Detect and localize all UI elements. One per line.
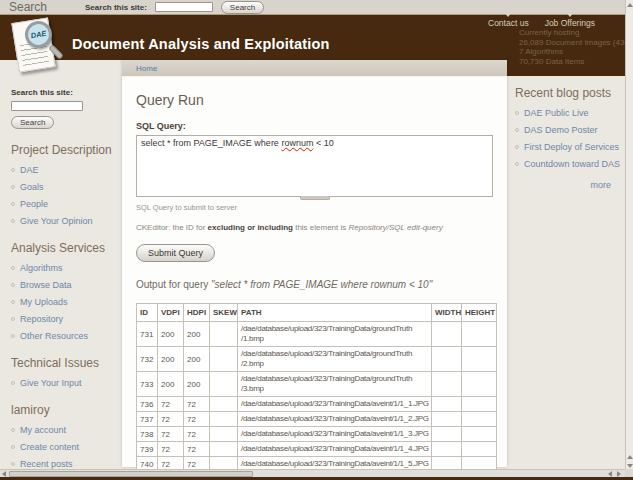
bullet-icon (11, 334, 15, 338)
cell-skew (210, 412, 238, 427)
bullet-icon (11, 445, 15, 449)
sidebar-section-title-lamiroy: lamiroy (11, 403, 116, 417)
cell-height (462, 442, 497, 457)
header-nav-contact-us[interactable]: Contact us (488, 18, 529, 28)
scrollbar-corner (625, 469, 633, 477)
sidebar-item-label: Repository (20, 313, 63, 325)
sidebar-item-browse-data[interactable]: Browse Data (11, 279, 116, 291)
page-title: Query Run (136, 92, 493, 108)
blog-item-first-deploy-of-services[interactable]: First Deploy of Services (515, 141, 621, 153)
ckeditor-note: CKEditor: the ID for excluding or includ… (136, 223, 493, 232)
column-header-width: WIDTH (432, 304, 462, 322)
breadcrumb-home-link[interactable]: Home (136, 64, 157, 73)
sidebar-item-label: Other Resources (20, 330, 88, 342)
cell-skew (210, 322, 238, 347)
table-row: 7397272/dae/database/upload/323/Training… (137, 442, 497, 457)
hosting-stat-line: 70,730 Data Items (519, 57, 625, 67)
sidebar-section-title-analysis-services: Analysis Services (11, 241, 116, 255)
cell-width (432, 442, 462, 457)
main-area: Query Run SQL Query: select * from PAGE_… (122, 92, 507, 480)
blog-item-das-demo-poster[interactable]: DAS Demo Poster (515, 124, 621, 136)
scroll-down-icon[interactable] (627, 464, 633, 468)
cell-width (432, 412, 462, 427)
sidebar-item-my-uploads[interactable]: My Uploads (11, 296, 116, 308)
sidebar-item-algorithms[interactable]: Algorithms (11, 262, 116, 274)
hosting-stat-line: 26,089 Document Images (430 (519, 38, 625, 48)
cell-path: /dae/database/upload/323/TrainingData/gr… (238, 372, 432, 397)
submit-query-button[interactable]: Submit Query (136, 244, 215, 262)
sidebar-item-dae[interactable]: DAE (11, 164, 116, 176)
blog-items: DAE Public LiveDAS Demo PosterFirst Depl… (515, 107, 621, 170)
scroll-up-icon[interactable] (627, 455, 633, 459)
bullet-icon (515, 145, 519, 149)
cell-hdpi: 72 (184, 442, 210, 457)
logo-text: DAE (30, 29, 47, 41)
sidebar-item-other-resources[interactable]: Other Resources (11, 330, 116, 342)
table-row: 7367272/dae/database/upload/323/Training… (137, 397, 497, 412)
cell-height (462, 347, 497, 372)
sidebar-item-my-account[interactable]: My account (11, 424, 116, 436)
cell-path: /dae/database/upload/323/TrainingData/av… (238, 442, 432, 457)
bullet-icon (11, 462, 15, 466)
sql-text-misspelled: rownum (281, 138, 313, 148)
topbar-search-input[interactable] (155, 2, 213, 12)
blog-item-label: First Deploy of Services (524, 141, 619, 153)
header-nav-job-offerings[interactable]: Job Offerings (545, 18, 595, 28)
nav-label: Job Offerings (545, 18, 595, 28)
bullet-icon (11, 381, 15, 385)
cell-vdpi: 72 (158, 442, 184, 457)
sidebar-search-input[interactable] (11, 101, 83, 111)
right-sidebar: Recent blog posts DAE Public LiveDAS Dem… (507, 76, 625, 190)
cell-hdpi: 72 (184, 412, 210, 427)
blog-more-link[interactable]: more (515, 180, 611, 190)
topbar-search-title: Search (9, 0, 47, 14)
sql-query-textarea[interactable]: select * from PAGE_IMAGE where rownum < … (136, 135, 493, 197)
sql-help-text: SQL Query to submit to server (136, 203, 493, 212)
ckeditor-note-link[interactable]: excluding or including (208, 223, 293, 232)
cell-width (432, 397, 462, 412)
sidebar-item-goals[interactable]: Goals (11, 181, 116, 193)
cell-vdpi: 200 (158, 347, 184, 372)
sidebar-item-give-your-opinion[interactable]: Give Your Opinion (11, 215, 116, 227)
ckeditor-note-id: Repository/SQL edit-query (349, 223, 443, 232)
sidebar-item-repository[interactable]: Repository (11, 313, 116, 325)
cell-vdpi: 200 (158, 372, 184, 397)
cell-width (432, 427, 462, 442)
sidebar-section-title-technical-issues: Technical Issues (11, 356, 116, 370)
sidebar-sections: Project DescriptionDAEGoalsPeopleGive Yo… (11, 143, 116, 480)
cell-id: 733 (137, 372, 158, 397)
cell-skew (210, 347, 238, 372)
cell-id: 732 (137, 347, 158, 372)
sidebar-item-give-your-input[interactable]: Give Your Input (11, 377, 116, 389)
cell-id: 736 (137, 397, 158, 412)
cell-skew (210, 427, 238, 442)
sidebar-item-label: My account (20, 424, 66, 436)
blog-item-dae-public-live[interactable]: DAE Public Live (515, 107, 621, 119)
nav-label: Contact us (488, 18, 529, 28)
horizontal-scrollbar[interactable] (0, 469, 625, 477)
output-prefix: Output for query (136, 279, 211, 290)
sidebar-item-create-content[interactable]: Create content (11, 441, 116, 453)
cell-hdpi: 200 (184, 372, 210, 397)
cell-vdpi: 72 (158, 427, 184, 442)
bullet-icon (11, 317, 15, 321)
sidebar-item-label: DAE (20, 164, 39, 176)
cell-id: 739 (137, 442, 158, 457)
sidebar-item-label: Create content (20, 441, 79, 453)
bullet-icon (515, 111, 519, 115)
cell-height (462, 397, 497, 412)
sidebar-item-label: People (20, 198, 48, 210)
sidebar-search-button[interactable]: Search (11, 116, 54, 129)
cell-width (432, 347, 462, 372)
table-body: 731200200/dae/database/upload/323/Traini… (137, 322, 497, 480)
blog-item-countdown-toward-das[interactable]: Countdown toward DAS (515, 158, 621, 170)
topbar-search-button[interactable]: Search (221, 1, 264, 14)
cell-height (462, 372, 497, 397)
scroll-up-icon[interactable] (627, 3, 633, 7)
vertical-scrollbar[interactable] (625, 0, 633, 477)
textarea-resize-grippie[interactable] (300, 196, 330, 200)
output-query-text: "select * from PAGE_IMAGE where rownum <… (211, 279, 432, 290)
sidebar-item-label: Give Your Input (20, 377, 82, 389)
sidebar-item-people[interactable]: People (11, 198, 116, 210)
column-header-id: ID (137, 304, 158, 322)
